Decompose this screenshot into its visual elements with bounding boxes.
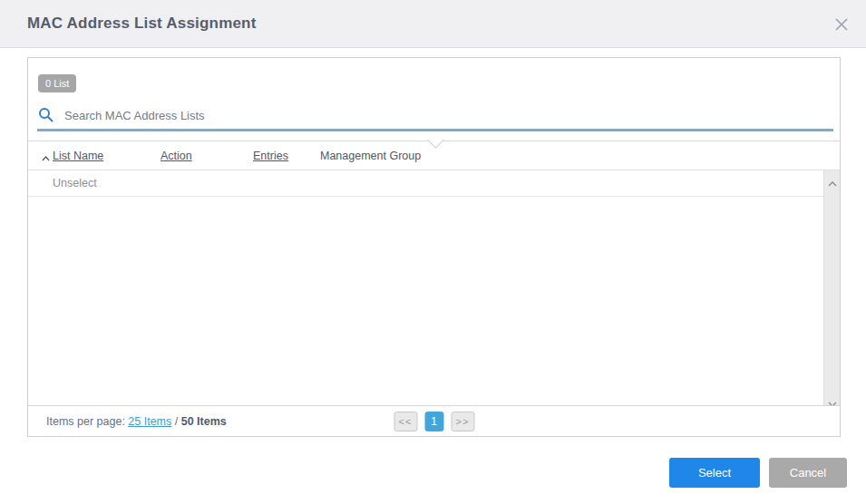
column-header-action[interactable]: Action [161,150,192,162]
selected-count-badge: 0 List [38,74,76,92]
modal-header: MAC Address List Assignment [0,0,866,48]
table-row-unselect[interactable]: Unselect [28,170,823,197]
per-page-separator: / [171,415,180,428]
scroll-up-icon[interactable] [827,175,838,182]
sort-asc-icon [42,151,50,164]
pagination: << 1 >> [394,412,474,431]
pagination-next-button[interactable]: >> [451,412,474,431]
search-icon [38,107,54,126]
cancel-button[interactable]: Cancel [769,458,847,488]
vertical-scrollbar[interactable] [823,170,840,407]
table-body: Unselect [28,170,823,406]
total-items-count: 50 Items [181,415,227,428]
page-title: MAC Address List Assignment [0,15,257,33]
pagination-prev-button[interactable]: << [394,412,417,431]
panel-footer: Items per page: 25 Items / 50 Items << 1… [28,405,840,436]
column-header-entries[interactable]: Entries [253,150,288,162]
table-header-row: List Name Action Entries Management Grou… [28,141,840,170]
per-page-link[interactable]: 25 Items [128,415,171,428]
column-header-list-name[interactable]: List Name [53,150,103,162]
search-input[interactable] [64,104,826,126]
select-button[interactable]: Select [669,458,760,488]
close-icon[interactable] [834,17,849,32]
scroll-down-icon[interactable] [827,395,838,402]
pagination-page-1-button[interactable]: 1 [424,412,443,431]
column-header-management-group: Management Group [320,150,421,162]
list-panel: 0 List List Name Action Entries Manageme… [27,57,841,437]
items-per-page: Items per page: 25 Items / 50 Items [28,415,227,428]
items-per-page-label: Items per page: [46,415,128,428]
search-bar [37,102,833,129]
